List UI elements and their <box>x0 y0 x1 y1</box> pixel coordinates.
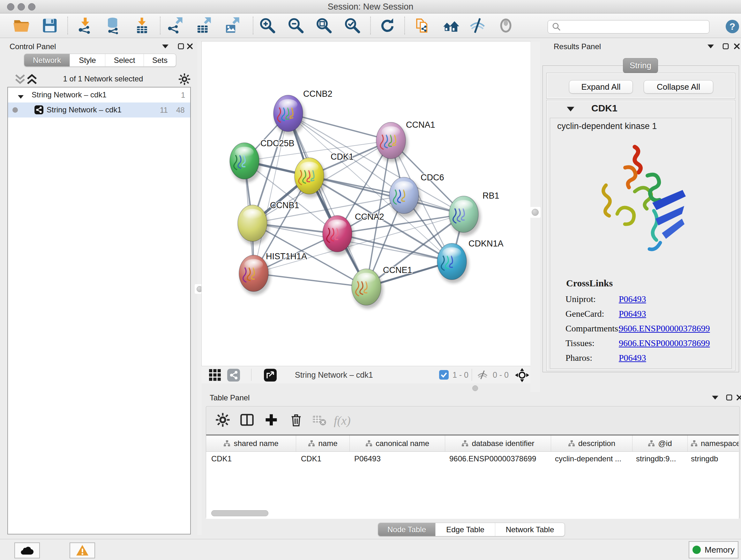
node-CCNA2[interactable] <box>323 215 354 255</box>
tab-select[interactable]: Select <box>105 54 144 66</box>
zoom-in-icon[interactable] <box>259 17 276 34</box>
crosslink-link[interactable]: P06493 <box>619 353 646 363</box>
zoom-selected-icon[interactable] <box>343 17 360 34</box>
network-row[interactable]: String Network – cdk1 11 48 <box>8 103 190 118</box>
cloud-status-button[interactable] <box>14 543 40 558</box>
tab-style[interactable]: Style <box>70 54 105 66</box>
expand-all-networks-icon[interactable] <box>25 73 38 84</box>
column-header-@id[interactable]: @id <box>632 435 688 451</box>
tab-sets[interactable]: Sets <box>144 54 176 66</box>
splitter-handle[interactable] <box>530 207 541 218</box>
results-panel-menu-icon[interactable] <box>706 42 716 51</box>
export-table-icon[interactable] <box>195 17 212 34</box>
crosslink-link[interactable]: 9606.ENSP00000378699 <box>619 323 710 334</box>
column-header-canonical-name[interactable]: canonical name <box>350 435 445 451</box>
column-header-description[interactable]: description <box>551 435 632 451</box>
table-cell[interactable]: CDK1 <box>296 452 349 466</box>
import-network-icon[interactable] <box>77 17 94 34</box>
control-panel-close-icon[interactable] <box>185 42 195 51</box>
control-panel-menu-icon[interactable] <box>160 42 170 51</box>
table-panel-close-icon[interactable] <box>735 393 741 401</box>
show-columns-icon[interactable] <box>239 412 255 428</box>
network-share-icon[interactable] <box>227 369 240 381</box>
crosslink-link[interactable]: P06493 <box>619 309 646 319</box>
tab-string[interactable]: String <box>623 58 658 73</box>
help-icon[interactable]: ? <box>725 19 740 34</box>
collection-expander-icon[interactable] <box>17 92 24 97</box>
zoom-fit-content-icon[interactable] <box>315 17 332 34</box>
string-home-icon[interactable] <box>443 17 460 34</box>
collapse-all-button[interactable]: Collapse All <box>644 80 713 94</box>
node-CDKN1A[interactable] <box>437 243 469 283</box>
save-session-icon[interactable] <box>41 17 58 34</box>
column-header-name[interactable]: name <box>296 435 350 451</box>
table-panel-float-icon[interactable] <box>724 393 734 401</box>
table-cell[interactable]: P06493 <box>349 452 444 466</box>
edge-CCNB2-HIST1H1A[interactable] <box>254 113 288 273</box>
birdseye-grid-icon[interactable] <box>209 369 221 381</box>
column-header-database-identifier[interactable]: database identifier <box>445 435 551 451</box>
node-CCNE1[interactable] <box>352 269 383 309</box>
tab-node-table[interactable]: Node Table <box>378 523 435 536</box>
table-cell[interactable]: stringdb:9... <box>631 452 686 466</box>
hide-panels-icon[interactable] <box>469 17 486 34</box>
table-options-gear-icon[interactable] <box>215 412 230 428</box>
results-panel-float-icon[interactable] <box>721 42 731 51</box>
add-column-icon[interactable] <box>264 412 279 428</box>
node-CDC6[interactable] <box>389 177 421 217</box>
memory-button[interactable]: Memory <box>689 541 738 558</box>
right-splitter[interactable] <box>530 42 540 392</box>
hidden-elements-icon[interactable] <box>477 370 488 380</box>
warnings-button[interactable] <box>70 543 95 558</box>
node-table[interactable]: shared namenamecanonical namedatabase id… <box>206 435 739 519</box>
gene-expander-icon[interactable] <box>566 106 575 112</box>
column-header-namespace[interactable]: namespace <box>688 435 739 451</box>
table-panel-menu-icon[interactable] <box>711 393 720 401</box>
control-panel-float-icon[interactable] <box>176 42 186 51</box>
import-table-icon[interactable] <box>133 17 150 34</box>
network-view-canvas[interactable]: CCNB2CCNA1CDC25BCDK1CDC6RB1CCNB1CCNA2CDK… <box>202 42 530 366</box>
export-image-icon[interactable] <box>223 17 240 34</box>
network-options-gear-icon[interactable] <box>178 73 191 85</box>
import-network-from-database-icon[interactable] <box>105 17 122 34</box>
node-RB1[interactable] <box>449 196 481 236</box>
node-CDK1[interactable] <box>294 158 326 198</box>
clone-network-icon[interactable] <box>414 17 431 34</box>
search-input[interactable] <box>564 21 706 33</box>
fit-selected-crosshair-icon[interactable] <box>515 368 529 382</box>
horizontal-splitter[interactable] <box>202 383 530 392</box>
column-header-shared-name[interactable]: shared name <box>206 435 296 451</box>
crosslink-link[interactable]: 9606.ENSP00000378699 <box>619 338 710 348</box>
node-CCNB2[interactable] <box>273 95 305 135</box>
table-cell[interactable]: 9606.ENSP00000378699 <box>444 452 550 466</box>
node-CDC25B[interactable] <box>230 143 261 183</box>
results-panel-close-icon[interactable] <box>732 42 741 51</box>
apply-layout-icon[interactable] <box>379 17 396 34</box>
tab-network[interactable]: Network <box>24 54 70 66</box>
zoom-out-icon[interactable] <box>287 17 304 34</box>
crosslink-link[interactable]: P06493 <box>619 294 646 304</box>
table-horizontal-scrollbar[interactable] <box>211 510 268 516</box>
network-collection-row[interactable]: String Network – cdk1 1 <box>8 87 190 103</box>
delete-column-icon[interactable] <box>288 412 304 428</box>
table-cell[interactable]: CDK1 <box>206 452 296 466</box>
search-box[interactable] <box>548 20 710 34</box>
table-row[interactable]: CDK1CDK1P064939606.ENSP00000378699cyclin… <box>206 452 739 466</box>
title-bar[interactable]: Session: New Session <box>0 0 741 13</box>
selected-checkbox-icon[interactable] <box>439 370 449 380</box>
table-cell[interactable]: stringdb <box>686 452 739 466</box>
export-network-icon[interactable] <box>166 17 184 34</box>
expand-all-button[interactable]: Expand All <box>569 80 633 94</box>
tab-edge-table[interactable]: Edge Table <box>435 523 495 536</box>
node-CCNA1[interactable] <box>376 122 408 162</box>
tab-network-table[interactable]: Network Table <box>495 523 564 536</box>
show-panels-icon[interactable] <box>497 17 515 34</box>
network-graph[interactable]: CCNB2CCNA1CDC25BCDK1CDC6RB1CCNB1CCNA2CDK… <box>202 42 530 366</box>
open-in-new-icon[interactable] <box>264 369 277 381</box>
splitter-handle[interactable] <box>472 385 478 391</box>
table-cell[interactable]: cyclin-dependent ... <box>550 452 631 466</box>
open-session-icon[interactable] <box>13 17 30 34</box>
collapse-all-networks-icon[interactable] <box>14 73 26 84</box>
node-CCNB1[interactable] <box>238 205 269 245</box>
left-splitter[interactable] <box>197 42 202 535</box>
